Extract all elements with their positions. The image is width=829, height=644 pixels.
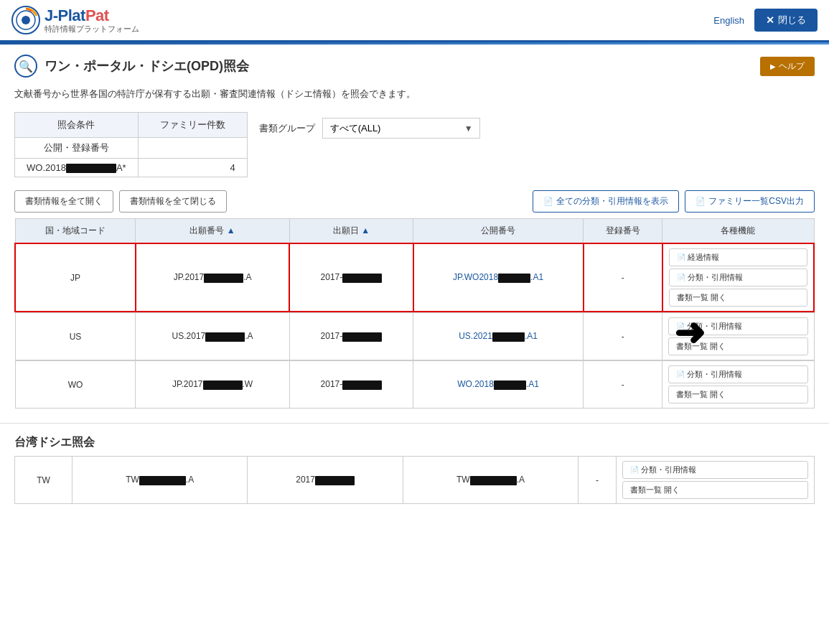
bunrui-tw-label: 分類・引用情報 <box>641 465 696 475</box>
action-row: 書類情報を全て開く 書類情報を全て閉じる 📄 全ての分類・引用情報を表示 📄 フ… <box>0 185 829 218</box>
doc-group-label: 書類グループ <box>259 122 315 135</box>
family-count-value <box>138 138 247 159</box>
condition-value: WO.2018A* <box>15 159 139 177</box>
reg-number-tw: - <box>579 457 617 504</box>
help-button[interactable]: ▶ ヘルプ <box>760 57 815 76</box>
action-left: 書類情報を全て開く 書類情報を全て閉じる <box>14 190 227 213</box>
main-table: 国・地域コード 出願番号 ▲ 出願日 ▲ 公開番号 登録番号 各種機能 JP J… <box>14 218 815 409</box>
logo-text-area: J-PlatPat 特許情報プラットフォーム <box>45 6 139 34</box>
bunrui-wo-label: 分類・引用情報 <box>687 369 742 380</box>
taiwan-table: TW TW.A 2017 TW.A - 📄 分類・引用情報 <box>14 456 815 504</box>
pub-number-us-link[interactable]: US.2021.A1 <box>459 331 538 341</box>
bunrui-joho-wo-button[interactable]: 📄 分類・引用情報 <box>668 365 807 383</box>
logo-icon <box>11 6 40 34</box>
pub-number-wo: WO.2018.A1 <box>413 361 584 409</box>
func-cell-us: 📄 分類・引用情報 書類一覧 開く <box>662 313 814 360</box>
func-cell-tw: 📄 分類・引用情報 書類一覧 開く <box>616 457 814 504</box>
header-right: English ✕ 閉じる <box>713 9 818 32</box>
doc-icon-2: 📄 <box>695 197 706 206</box>
svg-point-2 <box>22 16 30 24</box>
app-date-tw: 2017 <box>248 457 403 504</box>
table-row-wo: WO JP.2017.W 2017- WO.2018.A1 - 📄 分類・引用情… <box>15 361 814 409</box>
bunrui-us-label: 分類・引用情報 <box>687 321 742 332</box>
bunrui-joho-tw-button[interactable]: 📄 分類・引用情報 <box>622 461 808 479</box>
close-all-button[interactable]: 書類情報を全て閉じる <box>119 190 227 213</box>
shorui-ichiran-us-label: 書類一覧 開く <box>676 341 726 352</box>
table-row-us: US US.2017.A 2017- US.2021.A1 - 📄 分類・引用情… <box>15 313 814 360</box>
logo-brand: J-PlatPat <box>45 6 139 25</box>
open-all-button[interactable]: 書類情報を全て開く <box>14 190 113 213</box>
doc-icon-bunrui-tw: 📄 <box>630 466 639 474</box>
search-icon: 🔍 <box>19 60 33 73</box>
logo-area: J-PlatPat 特許情報プラットフォーム <box>11 6 139 34</box>
doc-group-select-wrapper: すべて(ALL) ▼ <box>322 118 480 139</box>
reg-number-jp: - <box>584 243 662 312</box>
redacted-1 <box>66 164 116 173</box>
lang-link[interactable]: English <box>713 15 744 26</box>
doc-icon-1: 📄 <box>543 197 553 206</box>
action-right: 📄 全ての分類・引用情報を表示 📄 ファミリー一覧CSV出力 <box>533 190 815 213</box>
app-number-us: US.2017.A <box>136 313 289 360</box>
shorui-ichiran-us-button[interactable]: 書類一覧 開く <box>668 337 807 355</box>
app-date-jp: 2017- <box>289 243 413 312</box>
keika-label: 経過情報 <box>688 252 719 263</box>
page-title-area: 🔍 ワン・ポータル・ドシエ(OPD)照会 ▶ ヘルプ <box>0 45 829 85</box>
doc-icon-keika: 📄 <box>677 253 685 261</box>
description: 文献番号から世界各国の特許庁が保有する出願・審査関連情報（ドシエ情報）を照会でき… <box>0 85 829 109</box>
taiwan-section: 台湾ドシエ照会 TW TW.A 2017 TW.A - <box>0 423 829 518</box>
keika-joho-button[interactable]: 📄 経過情報 <box>669 248 807 266</box>
shorui-ichiran-tw-label: 書類一覧 開く <box>630 485 680 495</box>
col-family-count: ファミリー件数 <box>138 113 247 138</box>
doc-group-select[interactable]: すべて(ALL) <box>322 118 480 139</box>
taiwan-title: 台湾ドシエ照会 <box>0 423 829 456</box>
condition-label: 公開・登録番号 <box>15 138 139 159</box>
country-tw: TW <box>15 457 72 504</box>
logo-subtitle: 特許情報プラットフォーム <box>45 24 139 34</box>
close-button[interactable]: ✕ 閉じる <box>754 9 818 32</box>
doc-icon-bunrui-us: 📄 <box>676 322 685 330</box>
pub-number-us: US.2021.A1 <box>413 313 584 360</box>
header: J-PlatPat 特許情報プラットフォーム English ✕ 閉じる <box>0 0 829 42</box>
show-classification-button[interactable]: 📄 全ての分類・引用情報を表示 <box>533 190 679 213</box>
app-number-tw: TW.A <box>72 457 248 504</box>
th-country: 国・地域コード <box>15 219 136 244</box>
app-number-wo: JP.2017.W <box>136 361 289 409</box>
bunrui-joho-us-button[interactable]: 📄 分類・引用情報 <box>668 317 807 335</box>
doc-icon-bunrui-jp: 📄 <box>677 274 685 281</box>
family-count-number: 4 <box>138 159 247 177</box>
country-wo: WO <box>15 361 136 409</box>
close-x-icon: ✕ <box>766 14 774 26</box>
country-us: US <box>15 313 136 360</box>
th-reg-number: 登録番号 <box>584 219 662 244</box>
help-label: ヘルプ <box>779 60 805 73</box>
th-app-number: 出願番号 ▲ <box>136 219 289 244</box>
condition-value-text: WO.2018 <box>27 162 66 173</box>
func-cell-wo: 📄 分類・引用情報 書類一覧 開く <box>662 361 814 409</box>
pub-number-jp-link[interactable]: JP.WO2018.A1 <box>453 272 543 282</box>
reg-number-wo: - <box>584 361 662 409</box>
help-arrow-icon: ▶ <box>770 62 776 70</box>
table-row-jp: JP JP.2017.A 2017- JP.WO2018.A1 - 📄 経過情報 <box>15 243 814 312</box>
reg-number-us: - <box>584 313 662 360</box>
doc-group-area: 書類グループ すべて(ALL) ▼ <box>259 118 480 139</box>
bunrui-joho-jp-button[interactable]: 📄 分類・引用情報 <box>669 269 807 286</box>
th-pub-number: 公開番号 <box>413 219 584 244</box>
shorui-ichiran-jp-button[interactable]: 書類一覧 開く <box>669 289 807 307</box>
export-csv-label: ファミリー一覧CSV出力 <box>708 195 804 207</box>
logo-img: J-PlatPat 特許情報プラットフォーム <box>11 6 139 34</box>
th-functions: 各種機能 <box>662 219 814 244</box>
export-csv-button[interactable]: 📄 ファミリー一覧CSV出力 <box>685 190 815 213</box>
pub-number-wo-link[interactable]: WO.2018.A1 <box>457 379 539 389</box>
page-title: 🔍 ワン・ポータル・ドシエ(OPD)照会 <box>14 55 249 78</box>
pub-number-jp: JP.WO2018.A1 <box>413 243 584 312</box>
conditions-area: 照会条件 ファミリー件数 公開・登録番号 WO.2018A* 4 書類グループ … <box>0 109 829 185</box>
shorui-ichiran-wo-button[interactable]: 書類一覧 開く <box>668 386 807 403</box>
app-date-us: 2017- <box>289 313 413 360</box>
app-number-jp: JP.2017.A <box>136 243 289 312</box>
shorui-ichiran-tw-button[interactable]: 書類一覧 開く <box>622 481 808 499</box>
th-app-date: 出願日 ▲ <box>289 219 413 244</box>
doc-icon-bunrui-wo: 📄 <box>676 370 685 378</box>
condition-suffix: A* <box>116 162 126 173</box>
conditions-table: 照会条件 ファミリー件数 公開・登録番号 WO.2018A* 4 <box>14 112 248 177</box>
func-cell-jp: 📄 経過情報 📄 分類・引用情報 書類一覧 開く <box>662 243 814 312</box>
